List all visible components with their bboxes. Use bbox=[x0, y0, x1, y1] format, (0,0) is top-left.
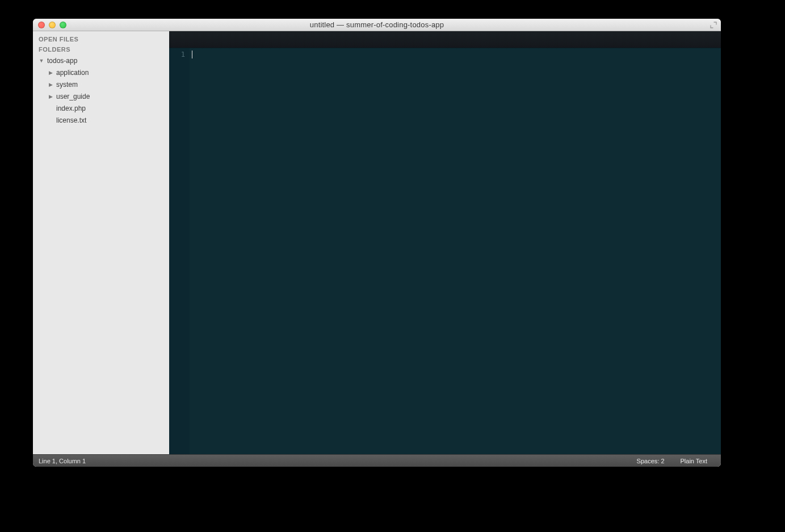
sidebar: OPEN FILES FOLDERS ▼ todos-app ▶ applica… bbox=[33, 31, 169, 454]
status-position[interactable]: Line 1, Column 1 bbox=[39, 458, 94, 464]
sidebar-folder-application[interactable]: ▶ application bbox=[48, 67, 169, 79]
close-icon[interactable] bbox=[38, 22, 45, 28]
titlebar[interactable]: untitled — summer-of-coding-todos-app bbox=[33, 19, 721, 31]
text-cursor-icon bbox=[192, 51, 192, 58]
chevron-down-icon: ▼ bbox=[39, 56, 44, 66]
sidebar-file-license-txt[interactable]: license.txt bbox=[48, 115, 169, 127]
folders-header[interactable]: FOLDERS bbox=[33, 44, 169, 54]
editor-area: 1 bbox=[169, 31, 721, 454]
status-syntax[interactable]: Plain Text bbox=[673, 458, 716, 464]
folder-children: ▶ application ▶ system ▶ user_guide bbox=[39, 67, 169, 127]
line-number: 1 bbox=[169, 51, 185, 58]
chevron-right-icon: ▶ bbox=[48, 92, 53, 102]
main-area: OPEN FILES FOLDERS ▼ todos-app ▶ applica… bbox=[33, 31, 721, 454]
sidebar-folder-todos-app[interactable]: ▼ todos-app bbox=[39, 55, 169, 67]
sidebar-folder-system[interactable]: ▶ system bbox=[48, 79, 169, 91]
file-label: index.php bbox=[56, 104, 86, 114]
status-bar: Line 1, Column 1 Spaces: 2 Plain Text bbox=[33, 454, 721, 467]
chevron-right-icon: ▶ bbox=[48, 68, 53, 78]
tab-bar[interactable] bbox=[169, 31, 721, 48]
editor[interactable]: 1 bbox=[169, 48, 721, 454]
chevron-right-icon: ▶ bbox=[48, 80, 53, 90]
window-title: untitled — summer-of-coding-todos-app bbox=[33, 20, 721, 29]
zoom-icon[interactable] bbox=[60, 22, 66, 28]
line-gutter: 1 bbox=[169, 48, 190, 454]
folder-label: system bbox=[56, 80, 78, 90]
traffic-lights bbox=[33, 22, 66, 28]
folder-tree: ▼ todos-app ▶ application ▶ system bbox=[33, 54, 169, 127]
sidebar-file-index-php[interactable]: index.php bbox=[48, 103, 169, 115]
sidebar-folder-user-guide[interactable]: ▶ user_guide bbox=[48, 91, 169, 103]
folder-label: user_guide bbox=[56, 92, 90, 102]
minimize-icon[interactable] bbox=[49, 22, 56, 28]
folder-label: todos-app bbox=[47, 56, 77, 66]
code-area[interactable] bbox=[190, 48, 721, 454]
file-label: license.txt bbox=[56, 116, 86, 125]
app-window: untitled — summer-of-coding-todos-app OP… bbox=[33, 19, 721, 467]
status-indent[interactable]: Spaces: 2 bbox=[629, 458, 673, 464]
folder-label: application bbox=[56, 68, 89, 78]
open-files-header[interactable]: OPEN FILES bbox=[33, 33, 169, 44]
window-body: OPEN FILES FOLDERS ▼ todos-app ▶ applica… bbox=[33, 31, 721, 467]
fullscreen-icon[interactable] bbox=[710, 21, 717, 29]
